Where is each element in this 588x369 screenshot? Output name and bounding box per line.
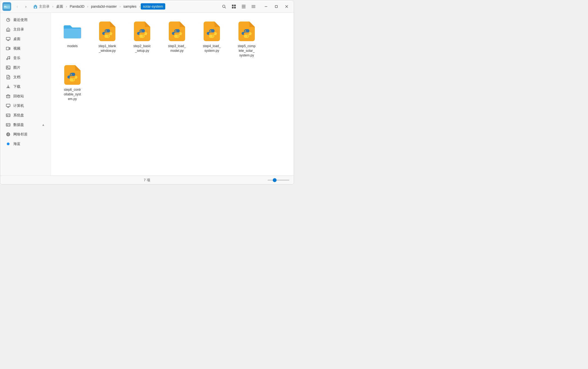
svg-rect-2 <box>4 5 10 5</box>
file-item-step5[interactable]: step5_complete_solar_system.py <box>230 18 263 60</box>
svg-rect-10 <box>232 7 234 8</box>
trash-icon <box>6 94 11 99</box>
file-label-step4: step4_load_system.py <box>203 44 220 53</box>
sidebar-label-datadisk: 数据盘 <box>13 122 24 127</box>
sidebar-label-video: 视频 <box>13 46 20 51</box>
sidebar-item-picture[interactable]: 图片 <box>1 63 49 72</box>
file-area: models step1_blank_w <box>51 13 294 176</box>
svg-rect-5 <box>35 7 36 8</box>
video-icon <box>6 46 11 51</box>
sidebar-item-computer[interactable]: 计算机 <box>1 101 49 110</box>
breadcrumb-sep-5: › <box>139 5 140 8</box>
sidebar-item-music[interactable]: 音乐 <box>1 53 49 63</box>
file-item-step3[interactable]: step3_load_model.py <box>161 18 193 60</box>
music-icon <box>6 56 11 61</box>
file-manager-window: ‹ › 主目录 › 桌面 › Panda3D › panda3d-master … <box>0 0 294 185</box>
svg-rect-12 <box>242 5 246 5</box>
breadcrumb-item-solar-system[interactable]: solar-system <box>141 3 165 10</box>
svg-rect-47 <box>6 123 10 126</box>
sidebar-item-recent[interactable]: 最近使用 <box>1 15 49 25</box>
sidebar-label-recent: 最近使用 <box>13 17 27 22</box>
file-item-step4[interactable]: step4_load_system.py <box>195 18 228 60</box>
sidebar-label-sysdisk: 系统盘 <box>13 113 24 118</box>
search-button[interactable] <box>220 2 228 11</box>
breadcrumb: 主目录 › 桌面 › Panda3D › panda3d-master › sa… <box>31 3 219 10</box>
sidebar-item-datadisk[interactable]: 数据盘 ▲ <box>1 120 49 129</box>
svg-rect-3 <box>4 6 6 7</box>
file-item-step2[interactable]: step2_basic_setup.py <box>126 18 158 60</box>
sidebar-item-trash[interactable]: 回收站 <box>1 92 49 101</box>
close-icon <box>285 5 288 8</box>
breadcrumb-home[interactable]: 主目录 <box>31 3 52 10</box>
sidebar-label-document: 文档 <box>13 75 20 80</box>
py-icon-step5 <box>237 20 256 42</box>
grid-view-button[interactable] <box>229 2 238 11</box>
sysdisk-icon <box>6 113 11 118</box>
svg-rect-19 <box>275 5 277 8</box>
home-icon <box>6 27 11 32</box>
sidebar-item-desktop[interactable]: 桌面 <box>1 34 49 44</box>
svg-line-7 <box>225 7 226 8</box>
breadcrumb-item-desktop[interactable]: 桌面 <box>54 3 65 10</box>
clock-icon <box>6 17 11 22</box>
svg-rect-17 <box>252 7 255 8</box>
file-item-step6[interactable]: step6_controllable_system.py <box>56 62 89 103</box>
sidebar: 最近使用 主目录 <box>0 13 51 176</box>
sidebar-item-hailan[interactable]: 海蓝 <box>1 139 49 149</box>
back-button[interactable]: ‹ <box>13 3 21 10</box>
minimize-button[interactable] <box>261 3 271 10</box>
folder-icon-models <box>63 20 82 42</box>
svg-rect-26 <box>6 37 10 40</box>
breadcrumb-item-panda3d-master[interactable]: panda3d-master <box>89 3 119 10</box>
breadcrumb-item-panda3d[interactable]: Panda3D <box>68 3 87 10</box>
sidebar-label-hailan: 海蓝 <box>13 141 20 146</box>
zoom-control <box>268 180 289 181</box>
svg-rect-40 <box>6 104 10 107</box>
svg-rect-50 <box>7 125 8 126</box>
close-button[interactable] <box>282 3 292 10</box>
svg-rect-9 <box>234 5 236 6</box>
computer-icon <box>6 103 11 108</box>
breadcrumb-item-home: 主目录 <box>39 4 50 9</box>
sidebar-item-download[interactable]: 下载 <box>1 82 49 91</box>
py-icon-step1 <box>97 20 117 42</box>
file-label-step2: step2_basic_setup.py <box>133 44 151 53</box>
svg-rect-15 <box>252 5 255 6</box>
sidebar-item-sysdisk[interactable]: 系统盘 <box>1 111 49 120</box>
svg-rect-43 <box>6 114 10 117</box>
file-label-step5: step5_complete_solar_system.py <box>238 44 255 58</box>
sidebar-label-download: 下载 <box>13 84 20 89</box>
breadcrumb-sep-3: › <box>87 5 88 8</box>
item-count: 7 项 <box>144 178 150 183</box>
svg-rect-13 <box>242 6 246 7</box>
status-bar: 7 项 <box>0 176 294 184</box>
file-item-step1[interactable]: step1_blank_window.py <box>91 18 124 60</box>
py-icon-step3 <box>167 20 187 42</box>
svg-rect-29 <box>6 47 9 50</box>
svg-rect-8 <box>232 5 234 6</box>
eject-icon[interactable]: ▲ <box>42 123 45 127</box>
maximize-button[interactable] <box>271 3 281 10</box>
file-label-models: models <box>67 44 78 49</box>
file-label-step6: step6_controllable_system.py <box>64 87 81 101</box>
svg-point-31 <box>9 58 10 59</box>
hamburger-icon <box>251 4 256 9</box>
breadcrumb-item-samples[interactable]: samples <box>121 3 139 10</box>
file-label-step1: step1_blank_window.py <box>99 44 116 53</box>
svg-point-49 <box>9 125 10 126</box>
sidebar-label-computer: 计算机 <box>13 103 24 108</box>
file-item-models[interactable]: models <box>56 18 89 60</box>
sidebar-item-network[interactable]: 网络邻居 <box>1 130 49 139</box>
sidebar-item-home[interactable]: 主目录 <box>1 25 49 34</box>
sidebar-item-document[interactable]: 文档 <box>1 72 49 82</box>
app-icon <box>2 2 11 11</box>
svg-rect-46 <box>7 116 8 116</box>
zoom-slider[interactable] <box>268 180 289 181</box>
datadisk-icon <box>6 122 11 127</box>
svg-point-30 <box>7 59 8 60</box>
menu-button[interactable] <box>249 2 258 11</box>
sidebar-item-video[interactable]: 视频 <box>1 44 49 53</box>
forward-button[interactable]: › <box>22 3 30 10</box>
list-view-button[interactable] <box>239 2 248 11</box>
list-icon <box>241 4 246 9</box>
